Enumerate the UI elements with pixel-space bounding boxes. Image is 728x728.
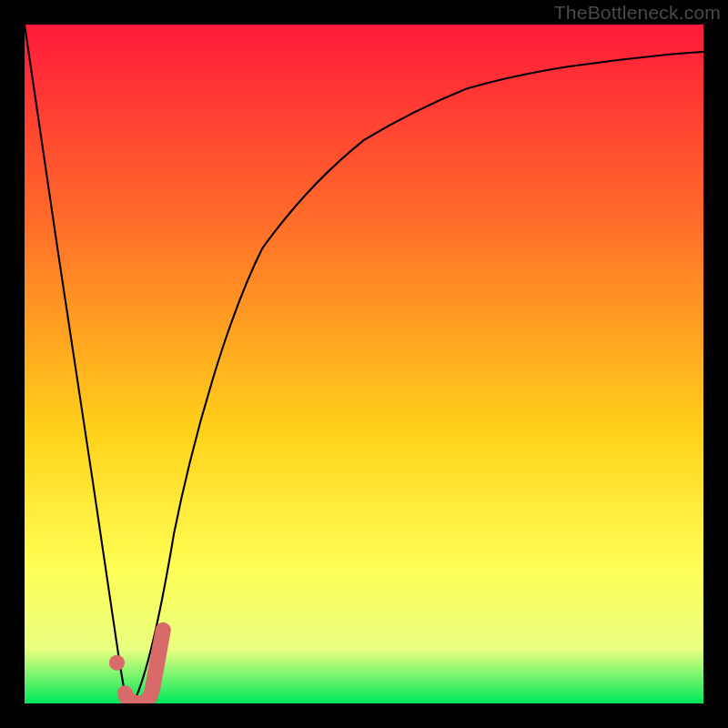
- watermark-text: TheBottleneck.com: [554, 2, 721, 24]
- plot-area: [25, 25, 703, 703]
- chart-svg: [25, 25, 703, 703]
- outer-frame: TheBottleneck.com: [0, 0, 728, 728]
- optimal-marker-dot: [109, 655, 125, 671]
- gradient-background: [25, 25, 703, 703]
